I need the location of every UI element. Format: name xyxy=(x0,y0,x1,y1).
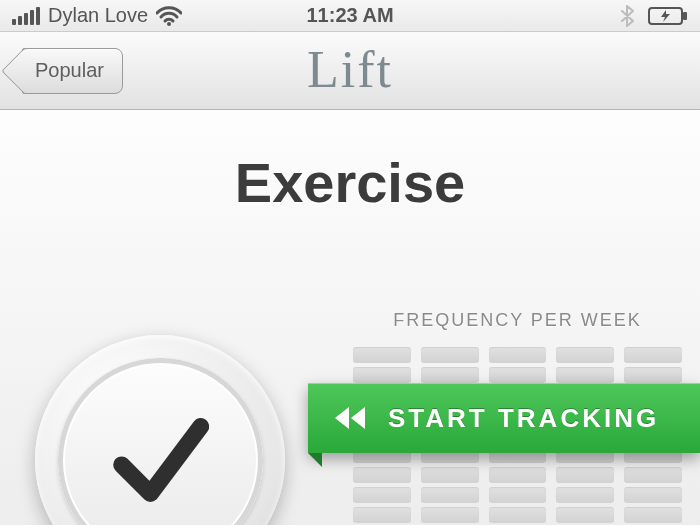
app-logo: Lift xyxy=(307,39,393,98)
start-tracking-label: START TRACKING xyxy=(388,403,659,434)
frequency-cell xyxy=(624,367,682,383)
battery-charging-icon xyxy=(648,7,688,25)
nav-bar: Popular Lift xyxy=(0,32,700,110)
frequency-cell xyxy=(556,487,614,503)
frequency-cell xyxy=(556,367,614,383)
frequency-cell xyxy=(353,367,411,383)
back-button[interactable]: Popular xyxy=(22,48,123,94)
content-area: Exercise FREQUENCY PER WEEK START TRACKI… xyxy=(0,110,700,525)
frequency-cell xyxy=(421,467,479,483)
frequency-cell xyxy=(556,347,614,363)
habit-title: Exercise xyxy=(40,150,660,215)
frequency-cell xyxy=(421,487,479,503)
frequency-cell xyxy=(489,467,547,483)
frequency-cell xyxy=(353,507,411,523)
checkin-button[interactable] xyxy=(35,335,285,525)
frequency-cell xyxy=(353,347,411,363)
frequency-cell xyxy=(556,467,614,483)
status-bar: Dylan Love 11:23 AM xyxy=(0,0,700,32)
bluetooth-icon xyxy=(620,5,634,27)
frequency-cell xyxy=(624,507,682,523)
checkmark-icon xyxy=(100,400,220,520)
clock: 11:23 AM xyxy=(306,4,393,27)
back-button-label: Popular xyxy=(35,59,104,82)
carrier-name: Dylan Love xyxy=(48,4,148,27)
frequency-cell xyxy=(624,487,682,503)
frequency-cell xyxy=(421,507,479,523)
svg-point-0 xyxy=(167,22,171,26)
frequency-cell xyxy=(489,507,547,523)
frequency-cell xyxy=(353,467,411,483)
frequency-cell xyxy=(489,347,547,363)
svg-rect-2 xyxy=(683,12,687,20)
frequency-cell xyxy=(489,487,547,503)
signal-strength-icon xyxy=(12,7,40,25)
frequency-cell xyxy=(421,347,479,363)
frequency-cell xyxy=(421,367,479,383)
frequency-cell xyxy=(489,367,547,383)
start-tracking-button[interactable]: START TRACKING xyxy=(308,383,700,453)
frequency-label: FREQUENCY PER WEEK xyxy=(345,310,690,331)
frequency-cell xyxy=(624,467,682,483)
wifi-icon xyxy=(156,6,182,26)
frequency-cell xyxy=(353,487,411,503)
rewind-icon xyxy=(330,405,368,431)
frequency-cell xyxy=(624,347,682,363)
frequency-cell xyxy=(556,507,614,523)
